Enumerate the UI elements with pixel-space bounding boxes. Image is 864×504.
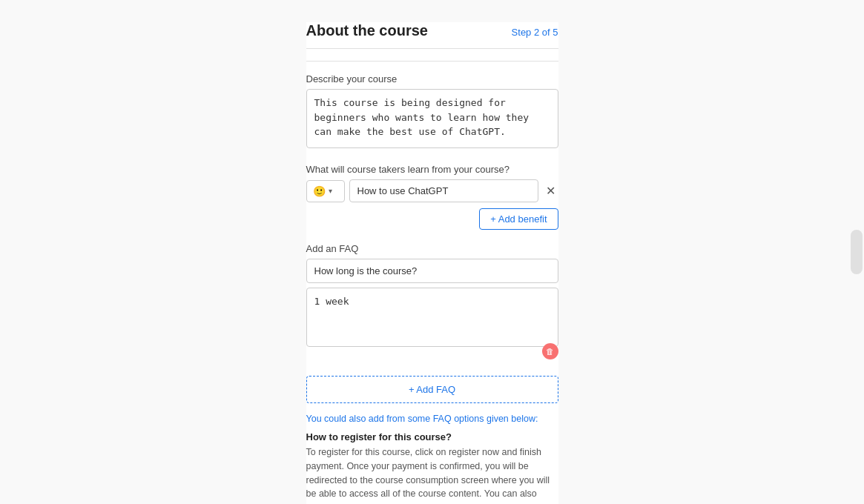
benefit-input[interactable] bbox=[349, 179, 538, 202]
faq-question-input[interactable] bbox=[306, 259, 558, 283]
suggestion-question: How to register for this course? bbox=[306, 431, 558, 442]
faq-answer-textarea[interactable]: 1 week bbox=[306, 288, 558, 347]
add-benefit-wrapper: + Add benefit bbox=[306, 208, 558, 230]
header-divider bbox=[306, 61, 558, 62]
describe-label: Describe your course bbox=[306, 73, 558, 84]
benefit-section: What will course takers learn from your … bbox=[306, 164, 558, 230]
page-title: About the course bbox=[306, 22, 428, 39]
describe-textarea[interactable] bbox=[306, 89, 558, 148]
emoji-selector-button[interactable]: 🙂 ▾ bbox=[306, 180, 345, 202]
faq-delete-button[interactable]: 🗑 bbox=[542, 343, 558, 359]
benefit-label: What will course takers learn from your … bbox=[306, 164, 558, 175]
trash-icon: 🗑 bbox=[546, 347, 554, 356]
faq-section: Add an FAQ 1 week 🗑 bbox=[306, 243, 558, 349]
add-faq-button[interactable]: + Add FAQ bbox=[306, 376, 558, 403]
scroll-indicator bbox=[851, 230, 863, 274]
step-indicator: Step 2 of 5 bbox=[512, 27, 558, 38]
faq-answer-wrapper: 1 week 🗑 bbox=[306, 288, 558, 349]
chevron-down-icon: ▾ bbox=[329, 187, 332, 195]
faq-label: Add an FAQ bbox=[306, 243, 558, 254]
faq-suggestion-item: How to register for this course? To regi… bbox=[306, 431, 558, 504]
faq-suggestion-intro: You could also add from some FAQ options… bbox=[306, 414, 558, 424]
remove-benefit-button[interactable]: ✕ bbox=[543, 184, 558, 199]
add-benefit-button[interactable]: + Add benefit bbox=[479, 208, 558, 230]
form-header: About the course Step 2 of 5 bbox=[306, 22, 558, 49]
suggestion-answer: To register for this course, click on re… bbox=[306, 445, 558, 504]
emoji-icon: 🙂 bbox=[313, 185, 326, 197]
describe-section: Describe your course bbox=[306, 73, 558, 150]
benefit-row: 🙂 ▾ ✕ bbox=[306, 179, 558, 202]
